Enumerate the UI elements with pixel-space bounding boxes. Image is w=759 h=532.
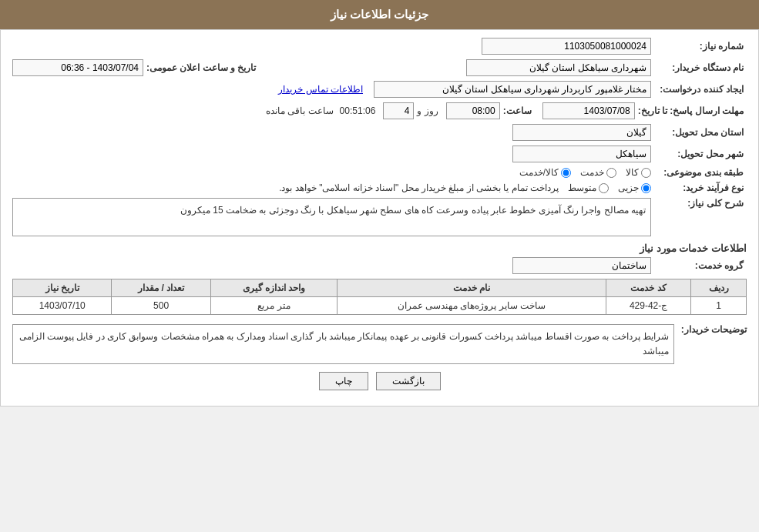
cell-date: 1403/07/10	[13, 297, 112, 315]
service-group-label: گروه خدمت:	[654, 260, 747, 271]
purchase-jozee-radio[interactable]	[641, 183, 651, 193]
service-group-input[interactable]	[512, 257, 651, 274]
print-button[interactable]: چاپ	[319, 372, 368, 390]
col-service-code: کد خدمت	[606, 279, 691, 297]
cell-service-code: ج-42-429	[606, 297, 691, 315]
purchase-jozee-item: جزیی	[618, 182, 651, 193]
category-kala-radio[interactable]	[641, 168, 651, 178]
purchase-motavasset-radio[interactable]	[599, 183, 609, 193]
delivery-city-input[interactable]	[512, 146, 651, 162]
delivery-province-label: استان محل تحویل:	[654, 127, 747, 138]
category-khadamat-item: خدمت	[580, 167, 616, 178]
cell-row-num: 1	[691, 297, 747, 315]
date-label: تاریخ و ساعت اعلان عمومی:	[146, 62, 259, 73]
creator-input[interactable]	[374, 81, 651, 98]
page-header: جزئیات اطلاعات نیاز	[0, 0, 759, 29]
response-time-label: ساعت:	[503, 105, 535, 116]
buttons-row: بازگشت چاپ	[12, 372, 747, 390]
category-label: طبقه بندی موضوعی:	[654, 167, 747, 178]
category-khadamat-label: خدمت	[580, 167, 604, 178]
buyer-org-input[interactable]	[466, 59, 651, 76]
col-row-num: ردیف	[691, 279, 747, 297]
services-title: اطلاعات خدمات مورد نیاز	[12, 243, 747, 254]
buyer-notes-box: شرایط پرداخت به صورت اقساط میباشد پرداخت…	[12, 324, 674, 364]
remaining-label: ساعت باقی مانده	[266, 105, 334, 116]
purchase-type-note: پرداخت تمام یا بخشی از مبلغ خریدار محل "…	[279, 182, 559, 193]
date-input[interactable]	[12, 59, 143, 76]
description-box: تهیه مصالح واجرا رنگ آمیزی خطوط عابر پیا…	[12, 198, 651, 236]
purchase-jozee-label: جزیی	[618, 182, 639, 193]
purchase-motavasset-label: متوسط	[568, 182, 596, 193]
category-kala-item: کالا	[626, 167, 651, 178]
response-time-input[interactable]	[446, 102, 500, 119]
table-row: 1 ج-42-429 ساخت سایر پروژه‌های مهندسی عم…	[13, 297, 747, 315]
buyer-org-label: نام دستگاه خریدار:	[654, 62, 747, 73]
col-quantity: تعداد / مقدار	[112, 279, 210, 297]
col-unit: واحد اندازه گیری	[210, 279, 337, 297]
buyer-notes-label: توضیحات خریدار:	[677, 321, 747, 335]
description-label: شرح کلی نیاز:	[654, 198, 747, 209]
need-number-label: شماره نیاز:	[654, 41, 747, 52]
buyer-contact-link[interactable]: اطلاعات تماس خریدار	[278, 84, 363, 95]
remaining-value: 00:51:06	[340, 105, 376, 116]
page-title: جزئیات اطلاعات نیاز	[331, 8, 428, 21]
category-kala-khadamat-radio[interactable]	[561, 168, 571, 178]
need-number-input[interactable]	[482, 38, 651, 55]
col-service-name: نام خدمت	[338, 279, 606, 297]
cell-unit: متر مربع	[210, 297, 337, 315]
days-label: روز و	[417, 105, 438, 116]
purchase-type-label: نوع فرآیند خرید:	[654, 182, 747, 193]
cell-service-name: ساخت سایر پروژه‌های مهندسی عمران	[338, 297, 606, 315]
category-kala-label: کالا	[626, 167, 639, 178]
items-table: ردیف کد خدمت نام خدمت واحد اندازه گیری ت…	[12, 279, 747, 315]
creator-label: ایجاد کننده درخواست:	[654, 84, 747, 95]
col-date: تاریخ نیاز	[13, 279, 112, 297]
category-kala-khadamat-item: کالا/خدمت	[519, 167, 571, 178]
response-date-input[interactable]	[542, 102, 635, 119]
back-button[interactable]: بازگشت	[376, 372, 441, 390]
category-khadamat-radio[interactable]	[606, 168, 616, 178]
purchase-motavasset-item: متوسط	[568, 182, 609, 193]
response-deadline-label: مهلت ارسال پاسخ: تا تاریخ:	[638, 105, 747, 116]
delivery-province-input[interactable]	[512, 124, 651, 141]
category-kala-khadamat-label: کالا/خدمت	[519, 167, 559, 178]
cell-quantity: 500	[112, 297, 210, 315]
delivery-city-label: شهر محل تحویل:	[654, 149, 747, 159]
days-input[interactable]	[383, 102, 414, 119]
